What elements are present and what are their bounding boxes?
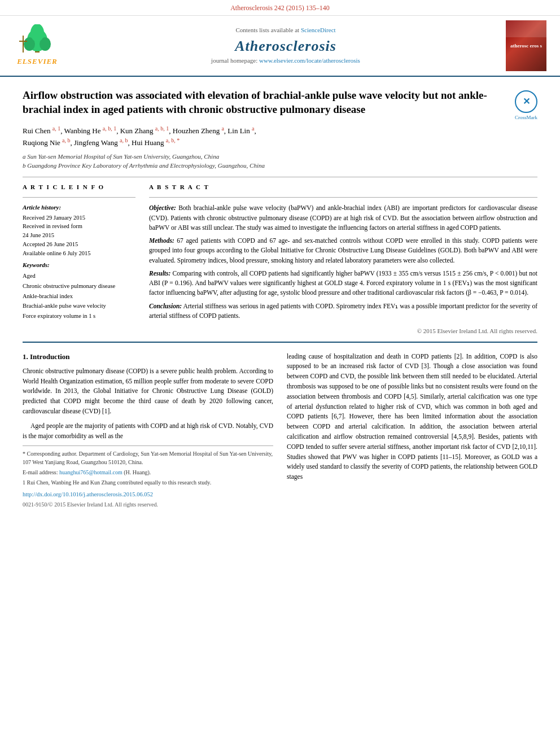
objective-label: Objective:: [149, 204, 176, 211]
doi-link[interactable]: http://dx.doi.org/10.1016/j.atherosclero…: [23, 491, 153, 497]
section1-title: 1. Introduction: [23, 352, 273, 362]
keyword-2: Chronic obstructive pulmonary disease: [23, 281, 135, 291]
abstract-conclusion: Conclusion: Arterial stiffness was serio…: [149, 302, 537, 321]
keywords-list: Aged Chronic obstructive pulmonary disea…: [23, 271, 135, 321]
available-date: Available online 6 July 2015: [23, 249, 135, 258]
journal-homepage-link[interactable]: www.elsevier.com/locate/atherosclerosis: [259, 57, 360, 64]
elsevier-logo: ELSEVIER: [9, 24, 65, 67]
journal-citation: Atherosclerosis 242 (2015) 135–140: [230, 4, 330, 12]
conclusion-label: Conclusion:: [149, 303, 182, 309]
objective-text: Both brachial-ankle pulse wave velocity …: [149, 204, 537, 231]
section1-right-body: leading cause of hospitalization and dea…: [287, 352, 537, 483]
elsevier-tree-icon: [15, 24, 60, 55]
section1-body: Chronic obstructive pulmonary disease (C…: [23, 366, 273, 442]
affiliations: a Sun Yat-sen Memorial Hospital of Sun Y…: [23, 152, 537, 170]
methods-text: 67 aged patients with COPD and 67 age- a…: [149, 237, 537, 264]
section1-para2: Aged people are the majority of patients…: [23, 421, 273, 442]
body-left-col: 1. Introduction Chronic obstructive pulm…: [23, 352, 273, 509]
abstract-methods: Methods: 67 aged patients with COPD and …: [149, 236, 537, 265]
article-content: Airflow obstruction was associated with …: [0, 77, 560, 520]
bottom-section: 1. Introduction Chronic obstructive pulm…: [23, 342, 537, 509]
divider-1: [23, 177, 537, 177]
journal-title: Atherosclerosis: [72, 36, 499, 56]
revised-label: Received in revised form: [23, 222, 135, 231]
journal-cover: atherosc eros s: [506, 20, 551, 71]
divider-abstract: [149, 197, 537, 198]
svg-point-4: [30, 24, 44, 42]
history-label: Article history:: [23, 203, 135, 212]
journal-cover-image: atherosc eros s: [506, 20, 546, 71]
abstract-column: A B S T R A C T Objective: Both brachial…: [149, 183, 537, 336]
abstract-objective: Objective: Both brachial-ankle pulse wav…: [149, 203, 537, 233]
journal-homepage-line: journal homepage: www.elsevier.com/locat…: [72, 56, 499, 65]
footnote-corresponding: * Corresponding author. Department of Ca…: [23, 449, 273, 466]
body-two-col: 1. Introduction Chronic obstructive pulm…: [23, 352, 537, 509]
keyword-3: Ankle-brachial index: [23, 291, 135, 302]
journal-citation-bar: Atherosclerosis 242 (2015) 135–140: [0, 0, 560, 16]
keyword-1: Aged: [23, 271, 135, 281]
issn-line: 0021-9150/© 2015 Elsevier Ireland Ltd. A…: [23, 500, 273, 509]
doi-line[interactable]: http://dx.doi.org/10.1016/j.atherosclero…: [23, 490, 273, 499]
email-link[interactable]: huanghui765@hotmail.com: [59, 469, 123, 475]
footnotes: * Corresponding author. Department of Ca…: [23, 445, 273, 509]
crossmark-label: CrossMark: [515, 114, 537, 121]
footnote-note1: 1 Rui Chen, Wanbing He and Kun Zhang con…: [23, 478, 273, 487]
contents-available-line: Contents lists available at ScienceDirec…: [72, 26, 499, 34]
crossmark-icon: ✕: [515, 90, 537, 113]
body-right-col: leading cause of hospitalization and dea…: [287, 352, 537, 509]
journal-center: Contents lists available at ScienceDirec…: [72, 26, 499, 65]
accepted-date: Accepted 26 June 2015: [23, 240, 135, 249]
methods-label: Methods:: [149, 237, 174, 244]
abstract-results: Results: Comparing with controls, all CO…: [149, 269, 537, 298]
conclusion-text: Arterial stiffness was serious in aged p…: [149, 303, 537, 319]
elsevier-brand-text: ELSEVIER: [17, 56, 58, 67]
section1-para1: Chronic obstructive pulmonary disease (C…: [23, 366, 273, 417]
results-text: Comparing with controls, all COPD patien…: [149, 270, 537, 296]
article-title: Airflow obstruction was associated with …: [23, 88, 509, 117]
article-info-heading: A R T I C L E I N F O: [23, 183, 135, 191]
sciencedirect-link[interactable]: ScienceDirect: [301, 27, 336, 33]
revised-date: 24 June 2015: [23, 231, 135, 240]
article-info-column: A R T I C L E I N F O Article history: R…: [23, 183, 135, 336]
received-date: Received 29 January 2015: [23, 213, 135, 222]
keyword-5: Force expiratory volume in 1 s: [23, 311, 135, 321]
section1-right-para1: leading cause of hospitalization and dea…: [287, 352, 537, 483]
copyright-line: © 2015 Elsevier Ireland Ltd. All rights …: [149, 324, 537, 336]
divider-info: [23, 197, 135, 198]
results-label: Results:: [149, 270, 170, 277]
footnote-email: E-mail address: huanghui765@hotmail.com …: [23, 468, 273, 477]
affiliation-b: b Guangdong Province Key Laboratory of A…: [23, 161, 537, 170]
authors-line: Rui Chen a, 1, Wanbing He a, b, 1, Kun Z…: [23, 125, 537, 148]
abstract-heading: A B S T R A C T: [149, 183, 537, 191]
keywords-label: Keywords:: [23, 261, 135, 269]
abstract-text: Objective: Both brachial-ankle pulse wav…: [149, 203, 537, 335]
info-abstract-section: A R T I C L E I N F O Article history: R…: [23, 183, 537, 336]
crossmark-badge[interactable]: ✕ CrossMark: [515, 90, 537, 121]
affiliation-a: a Sun Yat-sen Memorial Hospital of Sun Y…: [23, 152, 537, 161]
title-row: Airflow obstruction was associated with …: [23, 88, 537, 125]
journal-header: ELSEVIER Contents lists available at Sci…: [0, 16, 560, 77]
keyword-4: Brachial-ankle pulse wave velocity: [23, 301, 135, 311]
